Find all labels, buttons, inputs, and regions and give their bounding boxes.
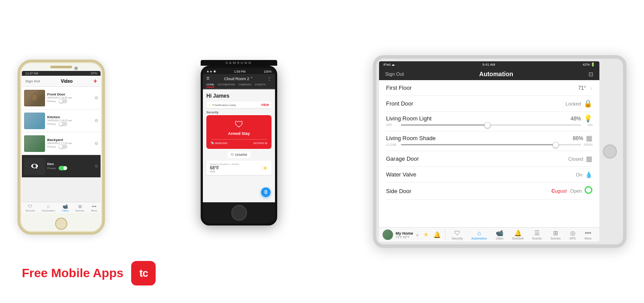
security-actions: 📡 SENSORS KEYPAD ⊞ — [211, 139, 267, 144]
privacy-toggle[interactable] — [59, 122, 67, 126]
iphone-status-time: 11:47 AM — [25, 72, 38, 75]
iphone-nav-video[interactable]: 📹 Video — [62, 204, 69, 212]
privacy-toggle[interactable] — [59, 99, 67, 103]
camera-settings-icon[interactable]: ⚙ — [94, 118, 98, 123]
android-tab-home[interactable]: HOME — [206, 83, 214, 88]
ipad-nav-video-label: Video — [496, 237, 504, 240]
android-greeting: Hi James — [206, 93, 272, 99]
living-room-light-row: Living Room Light 48% 💡 — [386, 114, 592, 123]
front-door-value: Locked — [566, 101, 581, 106]
august-brand-text: ugust — [555, 188, 567, 194]
garage-door-icon: ▦ — [586, 155, 592, 163]
camera-info: Den Privacy — [47, 162, 93, 170]
ipad-bottom-nav: My Home 72°F 65°F ∧ ☀ 🔔 🛡 Security — [379, 227, 599, 242]
scene: 11:47 AM 97% Sign Out Video + 🧍 — [0, 0, 644, 303]
privacy-toggle[interactable] — [59, 144, 67, 149]
iphone-sign-out[interactable]: Sign Out — [25, 79, 40, 83]
iphone-nav-more[interactable]: ••• More — [91, 204, 97, 212]
living-room-light-slider[interactable]: OFF ON — [386, 123, 592, 128]
camera-settings-icon[interactable]: ⚙ — [94, 141, 98, 146]
android-tab-automation[interactable]: AUTOMATION — [218, 83, 235, 87]
camera-settings-icon[interactable]: ⚙ — [94, 164, 98, 169]
camera-item[interactable]: 👁‍🗨 Den Privacy ⚙ — [22, 155, 101, 178]
iphone-nav-security[interactable]: 🛡 Security — [25, 204, 35, 212]
living-room-light-value: 48% — [571, 116, 581, 122]
iphone-nav-scenes[interactable]: ⊞ Scenes — [76, 204, 84, 212]
bottom-branding: Free Mobile Apps tc — [22, 261, 156, 285]
ipad-nav-more-label: More — [585, 237, 592, 240]
notification-icon: ⚠ — [209, 103, 211, 106]
chevron-up-icon: ∧ — [416, 233, 419, 237]
sensors-icon: 📡 — [211, 141, 214, 144]
iphone-home-button[interactable] — [55, 218, 67, 230]
ipad-sign-out[interactable]: Sign Out — [385, 71, 404, 77]
notification-text: 5 Notifications today — [212, 104, 261, 106]
slider-thumb[interactable] — [484, 122, 491, 128]
android-screen: ☰ Cloud Room 2 ˅ ⋮ HOME AUTOMATION CAMER… — [203, 74, 275, 202]
video-icon: 📹 — [63, 204, 68, 209]
android-fab-button[interactable]: 0 — [261, 187, 271, 197]
camera-privacy-label: Privacy — [47, 145, 56, 148]
camera-privacy-label: Privacy — [47, 167, 56, 169]
iphone-add-button[interactable]: + — [94, 78, 97, 85]
shield-icon: 🛡 — [28, 204, 32, 209]
camera-thumbnail — [24, 135, 45, 152]
automation-item-water-valve[interactable]: Water Valve On 💧 — [386, 167, 592, 183]
android-menu-icon[interactable]: ☰ — [206, 77, 209, 81]
android-device: SAMSUNG ▲▲ ◉ 1:59 PM 100% ☰ Cloud Room 2… — [201, 60, 277, 225]
side-door-name: Side Door — [386, 188, 551, 194]
side-door-value: Open — [570, 188, 582, 194]
weather-info: Today's Weather • Mobile 68°F 43% — [210, 163, 240, 173]
slider-thumb[interactable] — [553, 142, 559, 148]
android-status-icons: ▲▲ ◉ — [206, 70, 216, 73]
ipad-nav-events[interactable]: ☰ Events — [533, 229, 542, 240]
events-icon: ☰ — [534, 229, 540, 236]
ipad-nav-video[interactable]: 📹 Video — [496, 229, 504, 240]
automation-item-garage-door[interactable]: Garage Door Closed ▦ — [386, 151, 592, 167]
ipad-nav-events-label: Events — [533, 237, 542, 240]
android-location[interactable]: Cloud Room 2 ˅ — [224, 77, 252, 81]
notification-view-button[interactable]: VIEW — [261, 103, 269, 106]
camera-item[interactable]: Backyard 18/05/2017 | 7:15 am Privacy ⚙ — [22, 132, 101, 155]
sensors-button[interactable]: 📡 SENSORS — [211, 141, 227, 144]
home-name: My Home — [396, 231, 413, 236]
water-valve-value: On — [576, 172, 582, 177]
home-name-area: My Home 72°F 65°F — [396, 231, 413, 239]
android-brand-label: SAMSUNG — [201, 60, 277, 66]
android-tab-cameras[interactable]: CAMERAS — [238, 83, 251, 87]
slider-open-label: OPEN — [584, 143, 592, 146]
ipad-nav-scenes[interactable]: ⊞ Scenes — [550, 229, 560, 240]
ipad-nav-security[interactable]: 🛡 Security — [452, 229, 463, 240]
automation-item-first-floor[interactable]: First Floor 71° › — [386, 80, 592, 96]
ipad-nav-doorbell[interactable]: 🔔 Doorbell — [512, 229, 523, 240]
ipad-nav-automation[interactable]: ⌂ Automation — [471, 229, 487, 240]
august-open-icon — [585, 186, 592, 196]
android-home-button[interactable] — [231, 205, 247, 221]
ipad-home-selector[interactable]: My Home 72°F 65°F ∧ ☀ 🔔 — [383, 229, 446, 240]
iphone-nav-automation[interactable]: ⌂ Automation — [42, 204, 55, 212]
ipad-home-button[interactable] — [603, 144, 617, 159]
camera-settings-icon[interactable]: ⚙ — [94, 95, 98, 100]
camera-item[interactable]: Kitchen 18/05/2017 | 8:15 am Privacy ⚙ — [22, 109, 101, 132]
home-icon: ⌂ — [47, 204, 50, 209]
android-overflow-icon[interactable]: ⋮ — [267, 76, 272, 81]
android-status-battery: 100% — [264, 70, 272, 73]
chevron-right-icon: › — [590, 85, 592, 92]
automation-item-living-room-shade[interactable]: Living Room Shade 86% ▦ CLOSE OPEN — [386, 131, 592, 151]
automation-item-living-room-light[interactable]: Living Room Light 48% 💡 OFF ON — [386, 112, 592, 131]
android-disarm-button[interactable]: 🛡 DISARM — [227, 152, 251, 158]
android-tab-events[interactable]: EVENTS — [255, 83, 265, 87]
ipad-nav-gps[interactable]: ◎ GPS — [569, 229, 576, 240]
security-shield-icon: 🛡 — [211, 120, 267, 130]
ipad-nav-more[interactable]: ••• More — [585, 229, 592, 240]
android-tabs: HOME AUTOMATION CAMERAS EVENTS — [203, 83, 275, 89]
keypad-button[interactable]: KEYPAD ⊞ — [254, 141, 267, 144]
ipad-header-icon[interactable]: ⊡ — [588, 71, 593, 78]
automation-item-front-door[interactable]: Front Door Locked 🔒 — [386, 96, 592, 112]
automation-item-side-door[interactable]: Side Door Cugust Open — [386, 183, 592, 200]
camera-item[interactable]: 🧍 Front Door 18/05/2017 | 8:30 am Privac… — [22, 87, 101, 109]
slider-on-label: ON — [584, 123, 592, 127]
camera-name: Den — [47, 162, 93, 166]
living-room-shade-slider[interactable]: CLOSE OPEN — [386, 142, 592, 148]
privacy-toggle[interactable] — [59, 166, 67, 170]
